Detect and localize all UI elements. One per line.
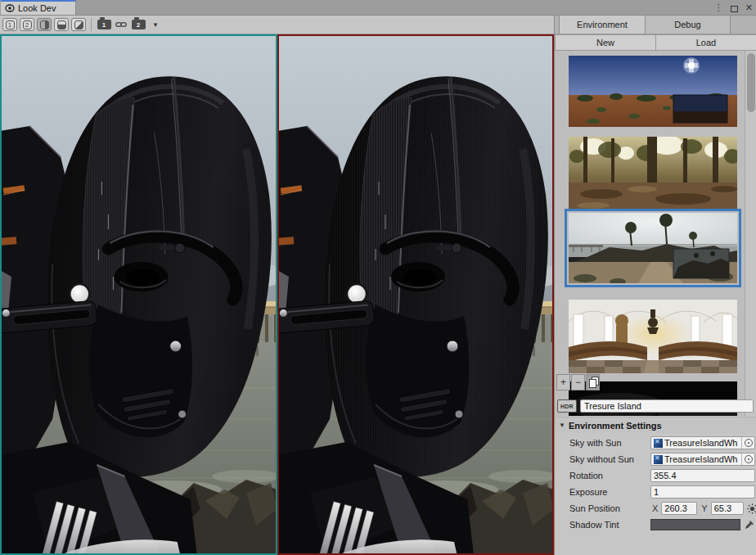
window-title: Look Dev xyxy=(18,3,56,13)
environment-settings-header[interactable]: ▼ Environment Settings xyxy=(555,417,756,433)
hdri-thumbnail-church[interactable] xyxy=(569,300,737,373)
render-scene-1 xyxy=(0,34,277,555)
exposure-row: Exposure 1 xyxy=(555,484,756,500)
environment-settings-title: Environment Settings xyxy=(569,421,662,431)
outback-thumbnail-image xyxy=(569,56,737,127)
single-view-2-button[interactable]: 2 xyxy=(20,18,34,31)
hdri-list-scrollbar[interactable] xyxy=(745,51,756,416)
sky-without-sun-label: Sky without Sun xyxy=(569,454,634,464)
eyedropper-icon xyxy=(745,520,754,530)
sun-icon xyxy=(747,503,756,514)
window-titlebar: Look Dev ⋮ ✕ xyxy=(0,0,756,16)
tab-environment[interactable]: Environment xyxy=(559,16,646,34)
sun-position-x-input[interactable]: 260.3 xyxy=(661,502,697,515)
split-vertical-icon xyxy=(40,20,49,29)
single-view-1-button[interactable]: 1 xyxy=(2,18,17,31)
render-scene-2 xyxy=(277,34,554,555)
panel-tab-bar: Environment Debug xyxy=(555,16,756,34)
foldout-triangle-icon[interactable]: ▼ xyxy=(559,422,565,429)
shadow-tint-label: Shadow Tint xyxy=(569,520,619,530)
camera-2-button[interactable]: 2 xyxy=(131,18,146,31)
sky-without-sun-row: Sky without Sun TreasureIslandWh xyxy=(555,451,756,467)
hdri-thumbnail-outback[interactable] xyxy=(569,56,737,127)
object-picker-icon[interactable] xyxy=(741,437,754,449)
rotation-input[interactable]: 355.4 xyxy=(650,469,755,482)
window-menu-icon[interactable]: ⋮ xyxy=(714,1,723,14)
view2-glyph: 2 xyxy=(23,20,32,29)
lookdev-viewport xyxy=(0,34,554,555)
church-thumbnail-image xyxy=(569,300,737,373)
sun-position-label: Sun Position xyxy=(569,503,620,513)
new-button[interactable]: New xyxy=(555,34,656,51)
forest-thumbnail-image xyxy=(569,137,737,210)
exposure-label: Exposure xyxy=(569,487,607,497)
view1-glyph: 1 xyxy=(6,20,15,29)
sky-without-sun-value: TreasureIslandWh xyxy=(664,454,741,464)
camera-2-icon: 2 xyxy=(132,20,146,29)
scrollbar-thumb[interactable] xyxy=(747,53,755,112)
lookdev-window-tab[interactable]: Look Dev xyxy=(1,0,76,15)
toolbar-separator xyxy=(91,18,92,31)
environment-panel: Environment Debug New Load xyxy=(554,16,756,555)
window-close-icon[interactable]: ✕ xyxy=(745,1,753,14)
y-axis-label: Y xyxy=(701,503,707,513)
camera-options-dropdown[interactable]: ▾ xyxy=(148,18,163,31)
lookdev-view-1[interactable] xyxy=(0,34,277,555)
sky-with-sun-row: Sky with Sun TreasureIslandWh xyxy=(555,435,756,451)
exposure-input[interactable]: 1 xyxy=(650,485,755,499)
sun-position-y-input[interactable]: 65.3 xyxy=(711,502,744,515)
hdri-list-toolbar: + − xyxy=(556,374,600,390)
cubemap-asset-icon xyxy=(654,439,663,448)
add-hdri-button[interactable]: + xyxy=(556,374,570,390)
lookdev-view-2[interactable] xyxy=(277,34,554,555)
window-maximize-icon[interactable] xyxy=(731,6,738,12)
library-actions: New Load xyxy=(555,34,756,51)
sky-without-sun-object-field[interactable]: TreasureIslandWh xyxy=(650,453,755,466)
sky-with-sun-object-field[interactable]: TreasureIslandWh xyxy=(650,436,755,449)
sun-position-picker-button[interactable] xyxy=(746,503,756,515)
sun-position-row: Sun Position X 260.3 Y 65.3 xyxy=(555,500,756,517)
camera-1-button[interactable]: 1 xyxy=(97,18,111,31)
hdri-name-input[interactable] xyxy=(580,399,754,413)
treasure-island-thumbnail-image xyxy=(569,213,737,283)
duplicate-hdri-button[interactable] xyxy=(586,374,600,390)
object-picker-icon[interactable] xyxy=(741,453,754,465)
cubemap-asset-icon xyxy=(654,455,663,464)
split-diagonal-icon xyxy=(74,20,83,29)
link-cameras-button[interactable] xyxy=(114,18,128,31)
camera-1-icon: 1 xyxy=(97,20,111,29)
eyedropper-button[interactable] xyxy=(743,519,755,531)
hdr-name-row: HDR xyxy=(555,397,756,415)
split-diagonal-button[interactable] xyxy=(71,18,86,31)
split-horizontal-icon xyxy=(57,20,66,29)
load-button[interactable]: Load xyxy=(656,34,756,51)
split-vertical-button[interactable] xyxy=(37,18,52,31)
duplicate-icon xyxy=(590,378,596,386)
sky-with-sun-value: TreasureIslandWh xyxy=(664,438,741,448)
link-icon xyxy=(115,20,127,29)
rotation-row: Rotation 355.4 xyxy=(555,467,756,484)
shadow-tint-color-swatch[interactable] xyxy=(650,519,740,530)
hdri-thumbnail-forest[interactable] xyxy=(569,137,737,210)
tab-debug[interactable]: Debug xyxy=(646,16,731,34)
remove-hdri-button[interactable]: − xyxy=(571,374,585,390)
shadow-tint-row: Shadow Tint xyxy=(555,517,756,533)
hdr-badge: HDR xyxy=(557,399,577,413)
sky-with-sun-label: Sky with Sun xyxy=(569,438,622,448)
rotation-label: Rotation xyxy=(569,471,603,481)
hdri-list xyxy=(555,51,756,416)
lookdev-toolbar: 1 2 1 2 ▾ xyxy=(0,16,554,34)
split-horizontal-button[interactable] xyxy=(54,18,69,31)
hdri-thumbnail-treasure-island[interactable] xyxy=(569,213,737,283)
eye-icon xyxy=(5,4,15,12)
x-axis-label: X xyxy=(652,503,658,513)
